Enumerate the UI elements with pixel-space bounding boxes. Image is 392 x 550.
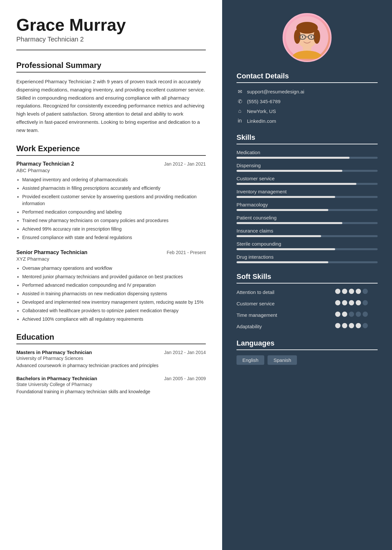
- soft-skill-item: Adaptability: [237, 323, 378, 330]
- dots-container: [335, 312, 378, 317]
- bullet: Achieved 100% compliance with all regula…: [22, 316, 206, 323]
- job-bullets-1: Managed inventory and ordering of pharma…: [16, 176, 206, 241]
- dot-filled: [356, 323, 361, 328]
- dot-empty: [356, 312, 361, 317]
- skill-name: Medication: [237, 150, 378, 155]
- skill-item: Medication: [237, 150, 378, 159]
- skill-item: Patient counseling: [237, 215, 378, 224]
- dot-filled: [342, 289, 347, 294]
- soft-skill-name: Attention to detail: [237, 289, 289, 296]
- skill-name: Patient counseling: [237, 215, 378, 220]
- dot-empty: [349, 312, 354, 317]
- skill-bar-fill: [237, 196, 335, 198]
- edu-header-1: Masters in Pharmacy Technician Jan 2012 …: [16, 349, 206, 355]
- skill-bar-bg: [237, 196, 378, 198]
- avatar-illustration: [286, 16, 328, 59]
- dot-filled: [349, 289, 354, 294]
- skill-bar-bg: [237, 170, 378, 172]
- dot-filled: [342, 323, 347, 328]
- dot-filled: [335, 300, 340, 305]
- edu-school-1: University of Pharmacy Sciences: [16, 356, 206, 361]
- skill-bar-bg: [237, 248, 378, 250]
- bullet: Collaborated with healthcare providers t…: [22, 307, 206, 314]
- skill-bar-fill: [237, 209, 328, 211]
- bullet: Oversaw pharmacy operations and workflow: [22, 265, 206, 272]
- skill-name: Drug interactions: [237, 254, 378, 260]
- education-section: Education Masters in Pharmacy Technician…: [16, 332, 206, 395]
- skill-item: Dispensing: [237, 163, 378, 172]
- dot-filled: [342, 300, 347, 305]
- skill-bar-bg: [237, 157, 378, 159]
- candidate-name: Grace Murray: [16, 16, 206, 34]
- avatar-section: [222, 0, 392, 72]
- skill-bar-fill: [237, 235, 321, 237]
- summary-title: Professional Summary: [16, 61, 206, 73]
- contact-location: ⌂ NewYork, US: [237, 108, 378, 114]
- skill-bar-fill: [237, 222, 342, 224]
- soft-skill-name: Customer service: [237, 300, 289, 307]
- bullet: Performed medication compounding and lab…: [22, 209, 206, 216]
- job-header-1: Pharmacy Technician 2 Jan 2012 - Jan 202…: [16, 161, 206, 167]
- soft-skill-item: Customer service: [237, 300, 378, 307]
- skill-bar-bg: [237, 209, 378, 211]
- bullet: Mentored junior pharmacy technicians and…: [22, 273, 206, 280]
- candidate-subtitle: Pharmacy Technician 2: [16, 36, 206, 43]
- job-block-2: Senior Pharmacy Technician Feb 2021 - Pr…: [16, 250, 206, 323]
- skill-bar-bg: [237, 235, 378, 237]
- skill-bar-fill: [237, 183, 356, 185]
- skill-name: Inventory management: [237, 189, 378, 194]
- contact-linkedin: in LinkedIn.com: [237, 118, 378, 124]
- edu-dates-1: Jan 2012 - Jan 2014: [164, 350, 206, 355]
- skill-bar-fill: [237, 248, 335, 250]
- job-header-2: Senior Pharmacy Technician Feb 2021 - Pr…: [16, 250, 206, 255]
- soft-skill-name: Adaptability: [237, 323, 289, 330]
- dot-filled: [349, 300, 354, 305]
- edu-block-1: Masters in Pharmacy Technician Jan 2012 …: [16, 349, 206, 369]
- skill-item: Customer service: [237, 176, 378, 185]
- language-tag: English: [237, 355, 264, 365]
- languages-section: Languages EnglishSpanish: [237, 339, 378, 365]
- contact-title: Contact Details: [237, 72, 378, 83]
- skill-bar-fill: [237, 157, 350, 159]
- skill-bar-fill: [237, 170, 342, 172]
- contact-section: Contact Details ✉ support@resumedesign.a…: [237, 72, 378, 124]
- soft-skills-section: Soft Skills Attention to detail Customer…: [237, 272, 378, 330]
- dot-filled: [335, 289, 340, 294]
- header-divider: [16, 50, 206, 50]
- edu-dates-2: Jan 2005 - Jan 2009: [164, 376, 206, 381]
- phone-icon: ✆: [237, 98, 243, 105]
- languages-title: Languages: [237, 339, 378, 350]
- skill-bar-bg: [237, 183, 378, 185]
- edu-desc-1: Advanced coursework in pharmacy technici…: [16, 362, 206, 369]
- skill-name: Pharmacology: [237, 202, 378, 207]
- skill-name: Customer service: [237, 176, 378, 181]
- name-block: Grace Murray Pharmacy Technician 2: [16, 16, 206, 43]
- bullet: Assisted in training pharmacists on new …: [22, 290, 206, 297]
- bullet: Managed inventory and ordering of pharma…: [22, 176, 206, 183]
- job-title-2: Senior Pharmacy Technician: [16, 250, 88, 255]
- language-tag: Spanish: [268, 355, 297, 365]
- job-company-2: XYZ Pharmacy: [16, 256, 206, 262]
- svg-point-13: [311, 36, 312, 38]
- dot-empty: [363, 300, 368, 305]
- skill-name: Sterile compounding: [237, 241, 378, 247]
- bullet: Provided excellent customer service by a…: [22, 193, 206, 207]
- job-company-1: ABC Pharmacy: [16, 168, 206, 173]
- dots-container: [335, 289, 378, 294]
- bullet: Ensured compliance with state and federa…: [22, 234, 206, 241]
- job-dates-2: Feb 2021 - Present: [167, 250, 206, 255]
- dot-empty: [363, 323, 368, 328]
- skills-title: Skills: [237, 133, 378, 144]
- bullet: Achieved 99% accuracy rate in prescripti…: [22, 226, 206, 233]
- job-bullets-2: Oversaw pharmacy operations and workflow…: [16, 265, 206, 323]
- dots-container: [335, 323, 378, 328]
- skill-item: Drug interactions: [237, 254, 378, 263]
- contact-email: ✉ support@resumedesign.ai: [237, 88, 378, 95]
- linkedin-icon: in: [237, 118, 243, 124]
- summary-section: Professional Summary Experienced Pharmac…: [16, 61, 206, 134]
- soft-skill-item: Time management: [237, 312, 378, 318]
- dot-filled: [349, 323, 354, 328]
- avatar: [283, 13, 332, 62]
- bullet: Developed and implemented new inventory …: [22, 299, 206, 306]
- bullet: Assisted pharmacists in filling prescrip…: [22, 185, 206, 192]
